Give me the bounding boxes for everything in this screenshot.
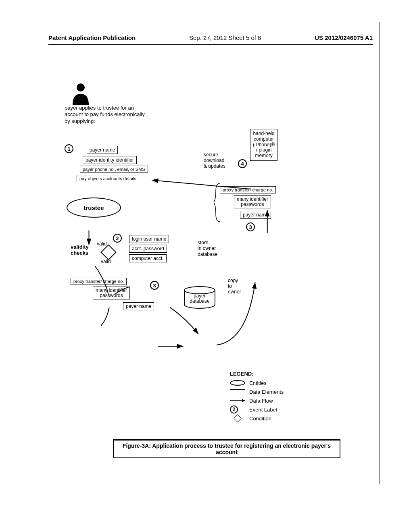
payer-database-entity: payer database xyxy=(184,286,216,306)
validity-label: validity checks xyxy=(71,244,89,256)
de-computer-acct: computer acct. xyxy=(129,254,167,262)
legend: LEGEND: Entities Data Elements Data Flow… xyxy=(230,371,284,423)
de-payer-name-a: payer name xyxy=(123,302,154,310)
de-pay-objects: pay objects acctounts details xyxy=(77,175,139,182)
payer-applies-text: payer applies to trustee for an account … xyxy=(65,105,145,125)
legend-title: LEGEND: xyxy=(230,371,284,377)
person-icon xyxy=(71,83,91,106)
de-many-ids-b: many identifier passwords xyxy=(234,195,271,208)
valid-out-2: valid xyxy=(101,259,111,264)
header-right: US 2012/0246075 A1 xyxy=(315,34,373,41)
page: Patent Application Publication Sep. 27, … xyxy=(0,0,413,532)
de-payer-name-1: payer name xyxy=(87,146,118,154)
de-proxy-b: proxy transfer/ charge no. xyxy=(220,186,276,193)
de-login-user: login user name xyxy=(129,235,169,243)
copy-to-owner-label: copy to owner xyxy=(228,278,241,295)
de-payer-phone: payer phone no., email, or SMS xyxy=(80,166,148,173)
step-3-label-b: 3 xyxy=(246,222,255,231)
header-rule xyxy=(48,44,373,45)
diamond-icon xyxy=(234,414,242,422)
figure-caption: Figure-3A: Application process to truste… xyxy=(113,439,340,458)
step-3-label-a: 3 xyxy=(150,281,159,290)
valid-out-1: valid xyxy=(97,241,107,247)
step-1-label: 1 xyxy=(65,144,73,153)
header-center: Sep. 27, 2012 Sheet 5 of 8 xyxy=(189,34,261,41)
legend-row-entities: Entities xyxy=(230,378,284,387)
arrow-icon xyxy=(230,398,245,403)
page-right-border xyxy=(380,22,380,484)
store-label: store in owner database xyxy=(198,240,217,257)
step-4-label: 4 xyxy=(238,159,247,168)
de-payer-id: payer identity identifier xyxy=(83,156,137,164)
de-acct-password: acct. password xyxy=(129,245,167,253)
validity-diamond xyxy=(100,244,117,260)
handheld-computer-box: hand-held computer (iPhone)® / plugin me… xyxy=(250,129,277,161)
header-left: Patent Application Publication xyxy=(48,34,136,41)
legend-row-data-flow: Data Flow xyxy=(230,396,284,405)
secure-download-label: secure download & updates xyxy=(204,152,225,169)
ellipse-icon xyxy=(230,380,245,386)
diagram: payer applies to trustee for an account … xyxy=(48,73,373,451)
trustee-entity: trustee xyxy=(67,197,121,218)
de-proxy-a: proxy transfer/ charge no. xyxy=(71,278,127,285)
step-2-label: 2 xyxy=(113,234,122,243)
legend-row-event-label: 2 Event Label xyxy=(230,405,284,414)
legend-row-condition: Condition xyxy=(230,414,284,423)
curly-brace-icon xyxy=(214,183,222,222)
de-many-ids-a: many identifier passwords xyxy=(93,287,130,299)
circled-number-icon: 2 xyxy=(230,405,238,414)
arrows-overlay xyxy=(48,73,373,451)
de-payer-name-b: payer name xyxy=(240,211,271,219)
svg-point-0 xyxy=(77,83,85,91)
legend-row-data-elements: Data Elements xyxy=(230,387,284,396)
rect-icon xyxy=(230,389,245,394)
page-header: Patent Application Publication Sep. 27, … xyxy=(48,34,373,41)
